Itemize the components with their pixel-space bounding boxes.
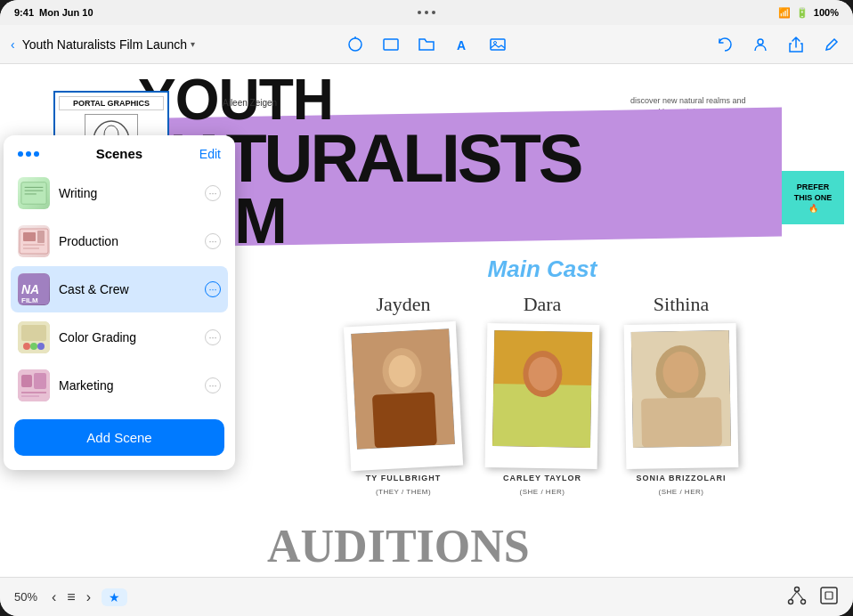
sidebar-thumb-production xyxy=(18,225,50,257)
nav-next-icon[interactable]: › xyxy=(86,589,91,605)
cast-member-2: Dara CARL xyxy=(486,290,598,496)
collaborate-icon[interactable] xyxy=(750,34,771,55)
bottom-toolbar: 50% ‹ ≡ › ★ xyxy=(0,577,853,616)
star-icon[interactable]: ★ xyxy=(109,590,120,604)
text-tool-icon[interactable]: A xyxy=(451,34,473,55)
sidebar-menu-dots[interactable] xyxy=(18,151,39,157)
svg-rect-18 xyxy=(641,397,722,448)
sidebar-more-production[interactable]: ··· xyxy=(205,233,221,249)
polaroid-1 xyxy=(344,321,463,471)
cast-photos-row: Jayden TY xyxy=(258,290,826,496)
sidebar-label-production: Production xyxy=(59,234,196,248)
battery-icon: 🔋 xyxy=(796,7,808,19)
main-cast-text: Main Cast xyxy=(477,254,608,284)
signature-1: Jayden xyxy=(376,293,430,316)
top-toolbar: ‹ Youth Naturalists Film Launch ▾ xyxy=(0,25,853,64)
svg-rect-3 xyxy=(491,39,505,50)
main-cast-label: Main Cast xyxy=(258,255,826,283)
nav-list-icon[interactable]: ≡ xyxy=(67,589,75,605)
share-icon[interactable] xyxy=(785,34,807,55)
photo-2 xyxy=(492,330,592,448)
sidebar-header: Scenes Edit xyxy=(4,135,235,168)
svg-point-35 xyxy=(30,343,37,350)
sidebar-item-cast-crew[interactable]: NA FILM Cast & Crew ··· xyxy=(11,266,228,312)
sidebar-thumb-cast: NA FILM xyxy=(18,273,50,305)
document-title[interactable]: Youth Naturalists Film Launch ▾ xyxy=(22,37,195,52)
svg-rect-25 xyxy=(23,232,36,241)
svg-rect-48 xyxy=(825,592,833,599)
sidebar-panel: Scenes Edit xyxy=(4,135,235,470)
svg-point-4 xyxy=(494,41,497,44)
svg-rect-20 xyxy=(21,182,46,204)
sidebar-edit-button[interactable]: Edit xyxy=(199,147,221,161)
sidebar-more-writing[interactable]: ··· xyxy=(205,185,221,201)
ipad-frame: 9:41 Mon Jun 10 📶 🔋 100% ‹ Youth Natural… xyxy=(0,0,853,616)
status-time: 9:41 xyxy=(14,7,34,18)
cast-name-1: TY FULLBRIGHT xyxy=(366,474,441,482)
cast-pronoun-3: (SHE / HER) xyxy=(659,488,704,496)
sticky-note-emoji: 🔥 xyxy=(808,204,818,213)
main-cast-section: Main Cast Jayden xyxy=(258,255,826,496)
branch-icon[interactable] xyxy=(787,586,807,609)
status-bar: 9:41 Mon Jun 10 📶 🔋 100% xyxy=(0,0,853,25)
main-canvas[interactable]: PORTAL GRAPHICS CAMERA: MACRO LENS STEAD… xyxy=(0,64,853,577)
status-bar-dots xyxy=(418,11,435,14)
svg-rect-47 xyxy=(821,588,837,604)
sticky-note-line2: THIS ONE xyxy=(794,193,833,202)
battery-level: 100% xyxy=(814,7,839,18)
svg-point-34 xyxy=(23,343,30,350)
svg-rect-33 xyxy=(21,325,46,341)
undo-icon[interactable] xyxy=(714,34,735,55)
dot-menu-1 xyxy=(18,151,23,157)
status-day: Mon Jun 10 xyxy=(39,7,93,18)
dot-menu-2 xyxy=(26,151,31,157)
sidebar-more-color[interactable]: ··· xyxy=(205,329,221,345)
svg-rect-10 xyxy=(372,392,437,449)
sidebar-item-marketing[interactable]: Marketing ··· xyxy=(11,362,228,409)
sidebar-title: Scenes xyxy=(96,146,143,161)
thumb-writing-inner xyxy=(18,177,50,209)
folder-tool-icon[interactable] xyxy=(416,34,437,55)
svg-rect-26 xyxy=(37,231,45,243)
dot-3 xyxy=(432,11,435,14)
lasso-tool-icon[interactable] xyxy=(345,34,366,55)
fullscreen-icon[interactable] xyxy=(819,586,839,609)
sidebar-item-production[interactable]: Production ··· xyxy=(11,218,228,264)
sidebar-label-cast: Cast & Crew xyxy=(59,282,196,296)
back-button[interactable]: ‹ xyxy=(11,37,15,52)
svg-point-42 xyxy=(795,587,800,591)
polaroid-2 xyxy=(485,323,600,469)
photo-1 xyxy=(351,328,455,450)
dot-2 xyxy=(425,11,428,14)
svg-text:A: A xyxy=(457,38,466,53)
sidebar-item-writing[interactable]: Writing ··· xyxy=(11,170,228,216)
cast-member-3: Sithina S xyxy=(625,290,737,496)
sidebar-label-marketing: Marketing xyxy=(59,378,196,393)
svg-text:NA: NA xyxy=(21,282,39,296)
cast-name-3: SONIA BRIZZOLARI xyxy=(636,474,726,482)
title-text: Youth Naturalists Film Launch xyxy=(22,37,187,52)
sidebar-more-cast[interactable]: ··· xyxy=(205,281,221,297)
add-scene-button[interactable]: Add Scene xyxy=(14,419,224,456)
sidebar-items-list: Writing ··· Production xyxy=(4,170,235,409)
svg-rect-38 xyxy=(21,375,32,387)
image-tool-icon[interactable] xyxy=(487,34,508,55)
toolbar-center-icons: A xyxy=(345,34,508,55)
sidebar-thumb-writing xyxy=(18,177,50,209)
sidebar-label-color: Color Grading xyxy=(59,330,196,344)
status-bar-left: 9:41 Mon Jun 10 xyxy=(14,7,93,18)
svg-point-0 xyxy=(349,38,362,51)
back-chevron-icon: ‹ xyxy=(11,37,15,52)
frame-tool-icon[interactable] xyxy=(380,34,402,55)
nav-prev-icon[interactable]: ‹ xyxy=(52,589,56,605)
cast-pronoun-1: (THEY / THEM) xyxy=(376,488,431,496)
status-bar-right: 📶 🔋 100% xyxy=(778,7,839,19)
edit-icon[interactable] xyxy=(821,34,842,55)
annotation-name: Aileen Zeigen xyxy=(223,98,277,108)
sidebar-more-marketing[interactable]: ··· xyxy=(205,377,221,393)
sidebar-item-color-grading[interactable]: Color Grading ··· xyxy=(11,314,228,361)
bottom-right-icons xyxy=(787,586,839,609)
signature-3: Sithina xyxy=(654,293,709,316)
title-chevron-icon: ▾ xyxy=(191,39,195,49)
zoom-level[interactable]: 50% xyxy=(14,590,37,604)
